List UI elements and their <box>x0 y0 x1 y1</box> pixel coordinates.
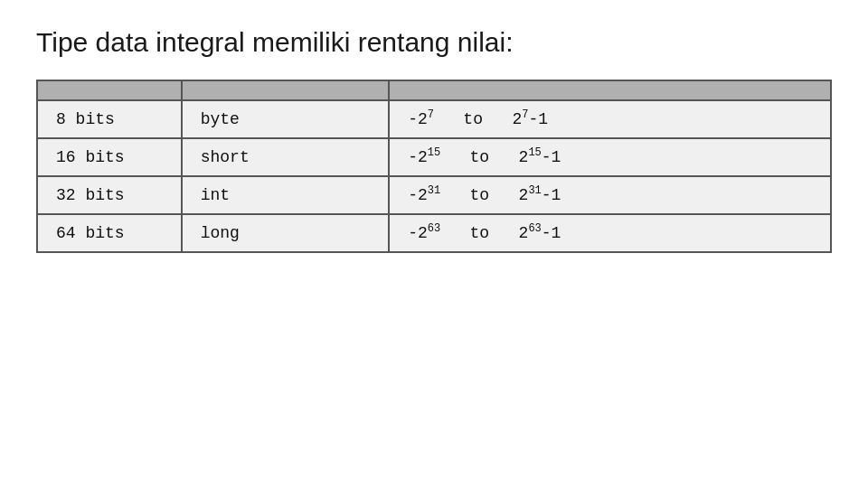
col-header-length <box>37 80 182 100</box>
range-pos-exp: 15 <box>528 146 541 159</box>
table-row: 16 bitsshort -215 to 215-1 <box>37 138 831 176</box>
data-table: 8 bitsbyte -27 to 27-1 16 bitsshort -215… <box>36 80 832 253</box>
cell-type: byte <box>182 100 389 138</box>
cell-range: -27 to 27-1 <box>389 100 831 138</box>
range-neg: -215 <box>408 148 440 166</box>
table-row: 64 bitslong -263 to 263-1 <box>37 214 831 252</box>
page-title: Tipe data integral memiliki rentang nila… <box>36 27 513 58</box>
cell-range: -231 to 231-1 <box>389 176 831 214</box>
cell-length: 32 bits <box>37 176 182 214</box>
cell-type: int <box>182 176 389 214</box>
range-neg-exp: 31 <box>428 184 440 197</box>
range-pos: 27-1 <box>512 110 548 128</box>
range-pos: 231-1 <box>519 186 561 204</box>
range-neg-exp: 15 <box>428 146 440 159</box>
cell-length: 64 bits <box>37 214 182 252</box>
table-row: 32 bitsint -231 to 231-1 <box>37 176 831 214</box>
range-neg: -27 <box>408 110 434 128</box>
range-pos: 215-1 <box>519 148 561 166</box>
range-pos-exp: 63 <box>528 222 541 235</box>
cell-range: -215 to 215-1 <box>389 138 831 176</box>
col-header-type <box>182 80 389 100</box>
range-neg-exp: 7 <box>428 108 434 121</box>
range-pos-exp: 7 <box>522 108 528 121</box>
range-neg-exp: 63 <box>428 222 440 235</box>
cell-length: 16 bits <box>37 138 182 176</box>
table-row: 8 bitsbyte -27 to 27-1 <box>37 100 831 138</box>
cell-type: long <box>182 214 389 252</box>
range-neg: -263 <box>408 224 440 242</box>
range-pos-exp: 31 <box>528 184 541 197</box>
cell-range: -263 to 263-1 <box>389 214 831 252</box>
col-header-range <box>389 80 831 100</box>
range-neg: -231 <box>408 186 440 204</box>
cell-length: 8 bits <box>37 100 182 138</box>
range-pos: 263-1 <box>519 224 561 242</box>
cell-type: short <box>182 138 389 176</box>
